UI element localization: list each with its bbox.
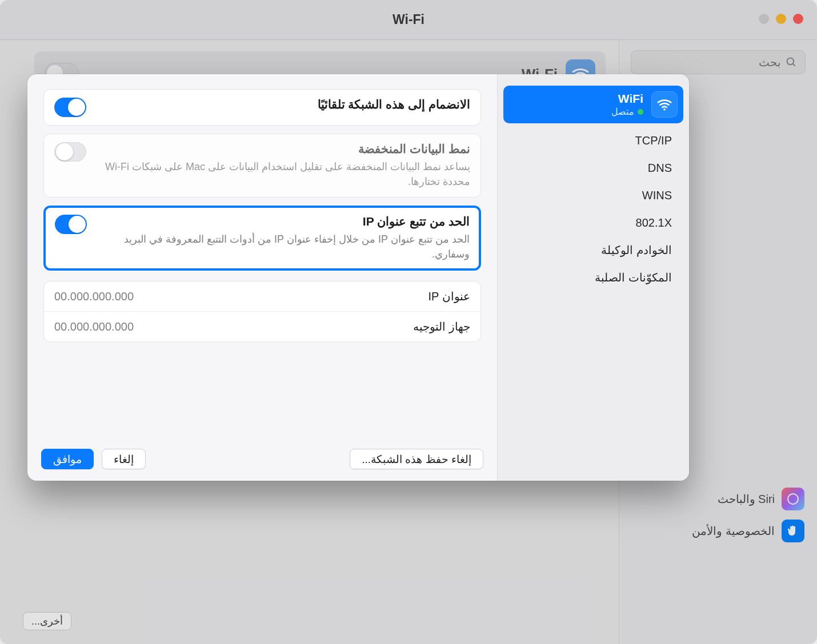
cancel-button[interactable]: إلغاء bbox=[102, 449, 146, 469]
setting-title: نمط البيانات المنخفضة bbox=[95, 142, 470, 156]
ok-button[interactable]: موافق bbox=[41, 449, 94, 469]
setting-low-data: نمط البيانات المنخفضة يساعد نمط البيانات… bbox=[43, 134, 481, 198]
dialog-tab-title: WiFi bbox=[611, 91, 643, 106]
router-value: 00.000.000.000 bbox=[54, 320, 134, 333]
setting-auto-join: الانضمام إلى هذه الشبكة تلقائيًا bbox=[43, 89, 481, 126]
network-info-card: عنوان IP 00.000.000.000 جهاز التوجيه 00.… bbox=[43, 281, 481, 342]
dialog-tab-subtitle: متصل bbox=[611, 106, 643, 118]
setting-title: الحد من تتبع عنوان IP bbox=[96, 215, 470, 228]
auto-join-toggle[interactable] bbox=[54, 98, 86, 117]
dialog-tab-8021x[interactable]: 802.1X bbox=[498, 209, 689, 236]
low-data-toggle[interactable] bbox=[54, 142, 86, 162]
wifi-icon bbox=[651, 91, 678, 118]
setting-description: الحد من تتبع عنوان IP من خلال إخفاء عنوا… bbox=[96, 232, 470, 261]
svg-point-4 bbox=[663, 108, 666, 111]
forget-network-button[interactable]: إلغاء حفظ هذه الشبكة... bbox=[350, 449, 483, 469]
dialog-tab-dns[interactable]: DNS bbox=[498, 154, 689, 182]
router-row: جهاز التوجيه 00.000.000.000 bbox=[44, 311, 480, 341]
network-details-dialog: WiFi متصل TCP/IP DNS WINS 802.1X الخوادم… bbox=[27, 74, 689, 481]
limit-ip-toggle[interactable] bbox=[55, 215, 87, 234]
dialog-tab-proxies[interactable]: الخوادم الوكيلة bbox=[498, 236, 689, 264]
dialog-footer: إلغاء حفظ هذه الشبكة... إلغاء موافق bbox=[41, 449, 483, 469]
dialog-tab-tcpip[interactable]: TCP/IP bbox=[498, 127, 689, 154]
ip-address-label: عنوان IP bbox=[428, 289, 470, 303]
setting-description: يساعد نمط البيانات المنخفضة على تقليل اس… bbox=[95, 159, 470, 189]
dialog-sidebar: WiFi متصل TCP/IP DNS WINS 802.1X الخوادم… bbox=[497, 74, 689, 481]
status-dot-icon bbox=[638, 109, 643, 115]
ip-address-row: عنوان IP 00.000.000.000 bbox=[44, 281, 480, 311]
dialog-content: الانضمام إلى هذه الشبكة تلقائيًا نمط الب… bbox=[27, 74, 497, 481]
ip-address-value: 00.000.000.000 bbox=[54, 290, 134, 303]
dialog-tab-wifi[interactable]: WiFi متصل bbox=[503, 86, 683, 123]
setting-title: الانضمام إلى هذه الشبكة تلقائيًا bbox=[318, 98, 470, 111]
router-label: جهاز التوجيه bbox=[413, 320, 470, 333]
dialog-tab-wins[interactable]: WINS bbox=[498, 182, 689, 209]
dialog-tab-hardware[interactable]: المكوّنات الصلبة bbox=[498, 264, 689, 291]
setting-limit-ip-tracking: الحد من تتبع عنوان IP الحد من تتبع عنوان… bbox=[43, 206, 481, 271]
